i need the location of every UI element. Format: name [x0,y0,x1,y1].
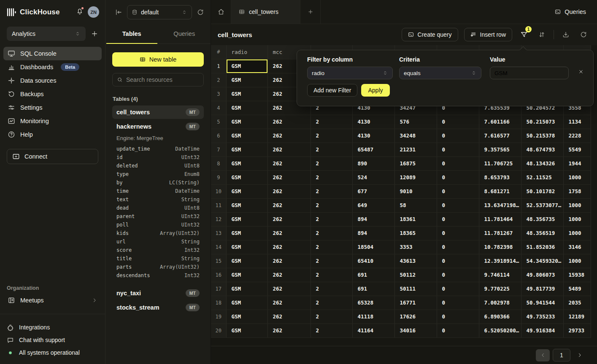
table-cell[interactable]: 0 [437,254,479,268]
table-cell[interactable]: 262 [267,129,311,143]
table-cell[interactable]: 691 [352,282,394,296]
table-cell[interactable]: GSM [226,240,267,254]
table-item-nyc-taxi[interactable]: nyc_taxi MT [112,286,204,300]
table-cell[interactable]: GSM [226,212,267,226]
table-cell[interactable]: 52.5373077… [521,198,563,212]
filter-column-select[interactable]: radio [307,67,393,79]
table-cell[interactable]: GSM [226,282,267,296]
table-cell[interactable]: 49.806073 [521,268,563,282]
table-cell[interactable]: 0 [437,198,479,212]
next-page-button[interactable] [573,349,586,361]
table-cell[interactable]: 48.134326 [521,156,563,170]
table-cell[interactable]: 5549 [563,143,591,156]
download-button[interactable] [560,29,572,40]
table-cell[interactable]: 48.674793 [521,143,563,156]
database-selector[interactable]: default [127,5,192,19]
filter-criteria-select[interactable]: equals [399,67,481,79]
table-cell[interactable]: GSM [226,156,267,170]
table-cell[interactable]: 29733 [563,324,591,337]
table-cell[interactable]: 0 [437,156,479,170]
previous-page-button[interactable] [536,349,550,361]
sidebar-link-all-systems-operational[interactable]: All systems operational [0,346,105,359]
table-cell[interactable]: 0 [437,226,479,240]
search-input[interactable] [126,76,199,83]
table-cell[interactable]: GSM [226,324,267,337]
table-cell[interactable]: 576 [394,115,437,129]
table-cell[interactable]: 11.781464 [479,212,521,226]
table-cell[interactable]: 65487 [352,143,394,156]
table-cell[interactable]: 8.653793 [479,170,521,184]
table-cell[interactable]: 9.357565 [479,143,521,156]
table-cell[interactable]: GSM [226,310,267,324]
table-cell[interactable]: GSM [226,184,267,198]
table-cell[interactable]: 21231 [394,143,437,156]
table-cell[interactable]: 17626 [394,310,437,324]
table-cell[interactable]: 2 [311,115,352,129]
table-cell[interactable]: GSM [226,254,267,268]
table-item-cell-towers[interactable]: cell_towers MT [112,105,204,119]
table-cell[interactable]: 262 [267,198,311,212]
table-cell[interactable]: 10.782398 [479,240,521,254]
tab-queries[interactable]: Queries [158,24,211,43]
table-cell[interactable]: 677 [352,184,394,198]
table-cell[interactable]: 2 [311,170,352,184]
table-cell[interactable]: 894 [352,212,394,226]
table-cell[interactable]: 18361 [394,212,437,226]
queries-button[interactable]: Queries [555,0,586,24]
table-cell[interactable]: 2 [311,282,352,296]
table-cell[interactable]: 7.601166 [479,115,521,129]
table-cell[interactable]: 9010 [394,184,437,198]
table-cell[interactable]: 262 [267,296,311,310]
notifications-button[interactable] [76,8,84,16]
table-cell[interactable]: GSM [226,143,267,156]
table-cell[interactable]: GSM [226,198,267,212]
table-item-stocks-stream[interactable]: stocks_stream MT [112,301,204,314]
table-cell[interactable]: 1000 [563,226,591,240]
table-cell[interactable]: 0 [437,310,479,324]
table-cell[interactable]: 0 [437,296,479,310]
table-cell[interactable]: 2 [311,296,352,310]
table-cell[interactable]: 262 [267,115,311,129]
table-cell[interactable]: 41118 [352,310,394,324]
table-cell[interactable]: 262 [267,226,311,240]
sidebar-link-chat-with-support[interactable]: Chat with support [0,334,105,346]
table-cell[interactable]: 9.746114 [479,268,521,282]
table-cell[interactable]: 262 [267,254,311,268]
table-cell[interactable]: 16771 [394,296,437,310]
table-cell[interactable]: 9.770225 [479,282,521,296]
table-cell[interactable]: 2 [311,184,352,198]
table-cell[interactable]: 4130 [352,129,394,143]
table-cell[interactable]: GSM [226,101,267,115]
table-cell[interactable]: 1000 [563,198,591,212]
connect-button[interactable]: Connect [7,149,98,164]
table-cell[interactable]: 649 [352,198,394,212]
table-cell[interactable]: 524 [352,170,394,184]
table-cell[interactable]: 34016 [394,324,437,337]
table-cell[interactable]: 8.681271 [479,184,521,198]
table-cell[interactable]: 3146 [563,240,591,254]
sidebar-item-backups[interactable]: Backups [3,87,102,101]
table-cell[interactable]: GSM [226,73,267,87]
table-cell[interactable]: 50.215378 [521,129,563,143]
new-table-button[interactable]: New table [112,52,204,67]
new-tab-button[interactable] [300,0,321,24]
table-cell[interactable]: 2 [311,226,352,240]
table-cell[interactable]: 262 [267,156,311,170]
remove-filter-button[interactable] [578,69,584,76]
table-cell[interactable]: 52.11525 [521,170,563,184]
table-cell[interactable]: 3353 [394,240,437,254]
table-cell[interactable]: GSM [226,268,267,282]
table-cell[interactable]: 262 [267,282,311,296]
table-cell[interactable]: 43613 [394,254,437,268]
table-cell[interactable]: 691 [352,268,394,282]
table-cell[interactable]: 0 [437,143,479,156]
table-cell[interactable]: GSM [226,115,267,129]
filter-button[interactable]: 1 [518,29,530,40]
sidebar-item-dashboards[interactable]: DashboardsBeta [3,60,102,74]
table-cell[interactable]: 2 [311,156,352,170]
table-cell[interactable]: 262 [267,310,311,324]
table-cell[interactable]: 262 [267,240,311,254]
sidebar-item-sql-console[interactable]: SQL Console [3,47,102,60]
table-cell[interactable]: 0 [437,240,479,254]
sidebar-link-integrations[interactable]: Integrations [0,321,105,334]
